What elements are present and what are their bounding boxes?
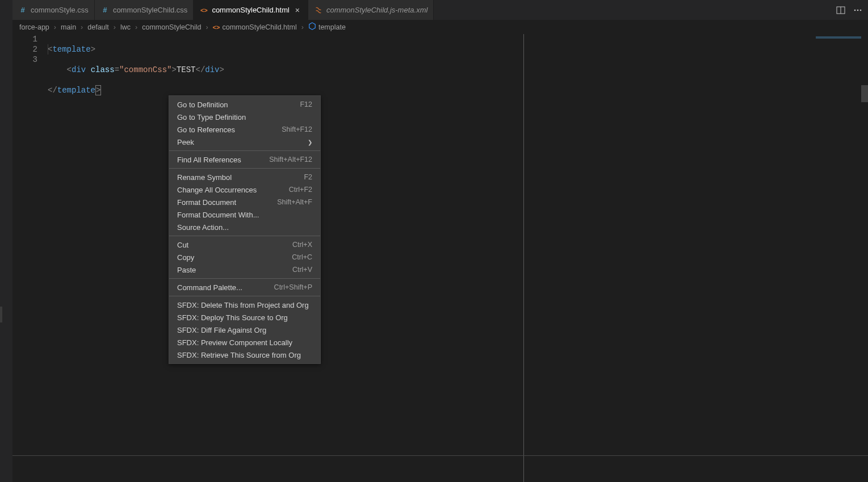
- tab-label: commonStyle.css: [31, 6, 89, 14]
- menu-item-format-document[interactable]: Format DocumentShift+Alt+F: [169, 196, 320, 208]
- breadcrumb-segment[interactable]: main: [61, 23, 76, 31]
- menu-item-cut[interactable]: CutCtrl+X: [169, 238, 320, 251]
- menu-item-sfdx-diff-file-against-org[interactable]: SFDX: Diff File Against Org: [169, 324, 320, 336]
- menu-separator: [169, 278, 320, 279]
- menu-item-label: Change All Occurrences: [177, 186, 257, 194]
- svg-point-4: [860, 9, 862, 11]
- menu-item-shortcut: F2: [304, 173, 312, 181]
- chevron-right-icon: ›: [203, 23, 210, 31]
- menu-item-sfdx-preview-component-locally[interactable]: SFDX: Preview Component Locally: [169, 336, 320, 349]
- menu-item-label: SFDX: Preview Component Locally: [177, 338, 292, 347]
- activity-bar: [0, 0, 12, 482]
- split-editor-icon[interactable]: [836, 6, 845, 15]
- menu-item-sfdx-retrieve-this-source-from-org[interactable]: SFDX: Retrieve This Source from Org: [169, 349, 320, 361]
- menu-item-copy[interactable]: CopyCtrl+C: [169, 251, 320, 263]
- tab-commonStyleChild-css[interactable]: #commonStyleChild.css: [95, 0, 194, 20]
- menu-item-label: Rename Symbol: [177, 173, 232, 182]
- breadcrumb-segment[interactable]: default: [87, 23, 109, 31]
- menu-item-shortcut: Ctrl+C: [292, 253, 312, 261]
- menu-item-rename-symbol[interactable]: Rename SymbolF2: [169, 171, 320, 183]
- editor-actions: [831, 0, 868, 20]
- menu-separator: [169, 168, 320, 169]
- breadcrumb-segment[interactable]: commonStyleChild: [142, 23, 201, 31]
- xml-file-icon: [314, 6, 323, 15]
- menu-item-peek[interactable]: Peek❯: [169, 136, 320, 148]
- line-number: 2: [12, 44, 37, 55]
- breadcrumb-file[interactable]: <>commonStyleChild.html: [213, 23, 297, 31]
- menu-item-shortcut: Shift+Alt+F: [277, 198, 312, 206]
- minimap-content: [816, 36, 861, 39]
- menu-item-shortcut: Shift+F12: [282, 125, 312, 133]
- close-icon[interactable]: ×: [293, 6, 302, 15]
- chevron-right-icon: ❯: [308, 139, 312, 145]
- indent-guide: [48, 44, 48, 55]
- menu-item-change-all-occurrences[interactable]: Change All OccurrencesCtrl+F2: [169, 183, 320, 196]
- menu-item-shortcut: Ctrl+F2: [289, 186, 312, 194]
- menu-item-shortcut: Shift+Alt+F12: [269, 156, 312, 164]
- menu-item-label: Source Action...: [177, 223, 229, 232]
- css-file-icon: #: [18, 6, 27, 15]
- menu-item-shortcut: Ctrl+Shift+P: [274, 283, 312, 291]
- html-file-icon: <>: [213, 24, 220, 31]
- chevron-right-icon: ›: [52, 23, 58, 31]
- menu-separator: [169, 150, 320, 151]
- editor-group: #commonStyle.css#commonStyleChild.css<>c…: [12, 0, 868, 482]
- line-number: 3: [12, 55, 37, 65]
- breadcrumb-symbol[interactable]: template: [308, 22, 346, 32]
- tab-commonStyleChild-html[interactable]: <>commonStyleChild.html×: [194, 0, 308, 20]
- menu-item-sfdx-delete-this-from-project-and-org[interactable]: SFDX: Delete This from Project and Org: [169, 299, 320, 311]
- line-number-gutter: 1 2 3: [12, 34, 48, 482]
- line-number: 1: [12, 34, 37, 44]
- tab-label: commonStyleChild.css: [113, 6, 188, 14]
- html-file-icon: <>: [199, 6, 208, 15]
- css-file-icon: #: [100, 6, 110, 15]
- editor-ruler: [523, 34, 524, 482]
- menu-item-find-all-references[interactable]: Find All ReferencesShift+Alt+F12: [169, 153, 320, 166]
- menu-item-go-to-definition[interactable]: Go to DefinitionF12: [169, 98, 320, 111]
- menu-item-label: Copy: [177, 253, 194, 262]
- menu-item-label: Format Document: [177, 198, 236, 207]
- context-menu: Go to DefinitionF12Go to Type Definition…: [169, 95, 321, 364]
- editor-area[interactable]: 1 2 3 <template> <div class="commonCss">…: [12, 34, 868, 482]
- menu-item-command-palette[interactable]: Command Palette...Ctrl+Shift+P: [169, 281, 320, 294]
- menu-item-sfdx-deploy-this-source-to-org[interactable]: SFDX: Deploy This Source to Org: [169, 311, 320, 324]
- tab-bar: #commonStyle.css#commonStyleChild.css<>c…: [12, 0, 868, 20]
- menu-item-label: Go to Definition: [177, 100, 228, 109]
- menu-item-paste[interactable]: PasteCtrl+V: [169, 263, 320, 276]
- svg-point-3: [857, 9, 859, 11]
- menu-item-label: Format Document With...: [177, 211, 259, 219]
- tab-commonStyleChild-js-meta-xml[interactable]: commonStyleChild.js-meta.xml: [308, 0, 434, 20]
- menu-item-source-action[interactable]: Source Action...: [169, 221, 320, 233]
- tab-label: commonStyleChild.html: [212, 6, 290, 14]
- menu-item-go-to-type-definition[interactable]: Go to Type Definition: [169, 111, 320, 123]
- tab-commonStyle-css[interactable]: #commonStyle.css: [12, 0, 95, 20]
- menu-item-go-to-references[interactable]: Go to ReferencesShift+F12: [169, 123, 320, 136]
- activity-indicator: [0, 307, 2, 322]
- menu-item-shortcut: Ctrl+X: [292, 241, 312, 249]
- vertical-scrollbar[interactable]: [861, 34, 868, 482]
- menu-item-label: Find All References: [177, 156, 241, 164]
- scrollbar-thumb[interactable]: [861, 85, 868, 102]
- menu-item-label: Command Palette...: [177, 283, 242, 292]
- more-actions-icon[interactable]: [853, 6, 862, 15]
- menu-item-label: SFDX: Diff File Against Org: [177, 326, 266, 334]
- chevron-right-icon: ›: [299, 23, 306, 31]
- breadcrumb-segment[interactable]: lwc: [120, 23, 131, 31]
- menu-item-label: SFDX: Delete This from Project and Org: [177, 301, 309, 309]
- menu-separator: [169, 236, 320, 236]
- chevron-right-icon: ›: [111, 23, 118, 31]
- panel-border: [12, 455, 868, 456]
- breadcrumbs[interactable]: force-app›main›default›lwc›commonStyleCh…: [12, 20, 868, 34]
- chevron-right-icon: ›: [133, 23, 140, 31]
- menu-item-shortcut: Ctrl+V: [292, 266, 312, 274]
- menu-item-format-document-with[interactable]: Format Document With...: [169, 208, 320, 221]
- menu-item-label: SFDX: Retrieve This Source from Org: [177, 351, 301, 359]
- menu-item-shortcut: F12: [300, 100, 312, 108]
- minimap[interactable]: [799, 34, 861, 482]
- breadcrumb-segment[interactable]: force-app: [19, 23, 49, 31]
- menu-item-label: Go to Type Definition: [177, 113, 246, 121]
- svg-point-2: [854, 9, 856, 11]
- menu-item-label: Go to References: [177, 125, 235, 134]
- menu-item-label: Paste: [177, 266, 196, 274]
- menu-item-label: Peek: [177, 138, 194, 146]
